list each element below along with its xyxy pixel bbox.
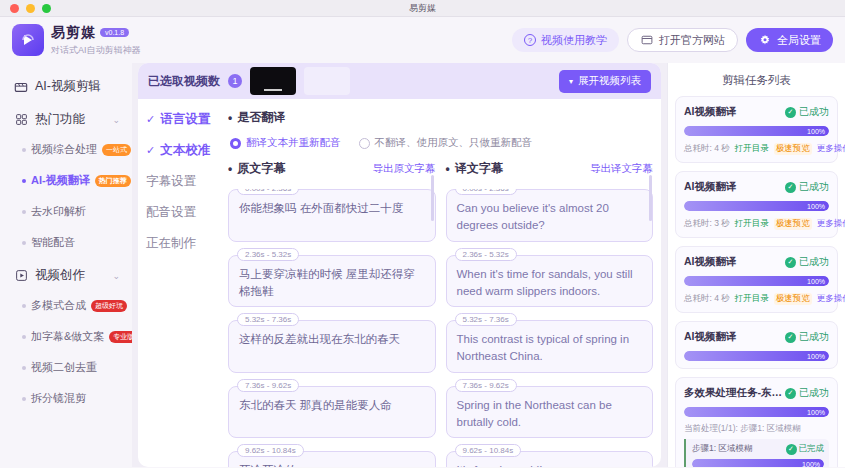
expand-video-list-button[interactable]: ▾ 展开视频列表 bbox=[559, 70, 651, 93]
chevron-down-icon[interactable]: ⌄ bbox=[112, 271, 120, 281]
official-website-button[interactable]: 打开官方网站 bbox=[627, 28, 738, 52]
task-status: ✓ 已成功 bbox=[785, 105, 829, 119]
target-subtitle-text[interactable]: When it's time for sandals, you still ne… bbox=[457, 266, 643, 301]
radio-no-translate-redub-only[interactable]: 不翻译、使用原文、只做重新配音 bbox=[359, 136, 533, 150]
step-label: 配音设置 bbox=[146, 204, 196, 221]
item-dot-icon bbox=[22, 241, 26, 245]
target-subtitle-card[interactable]: 0.00s - 2.36s Can you believe it's almos… bbox=[446, 189, 654, 242]
step-text-proofread[interactable]: ✓ 文本校准 bbox=[146, 142, 228, 159]
task-status-label: 已成功 bbox=[799, 105, 829, 119]
source-column-scrollbar[interactable] bbox=[431, 175, 434, 221]
sidebar-item-shot-split-mix[interactable]: 拆分镜混剪 bbox=[12, 383, 122, 414]
more-actions-label: 更多操作 bbox=[817, 218, 845, 228]
radio-translate-and-redub[interactable]: 翻译文本并重新配音 bbox=[230, 136, 341, 150]
sidebar-section-hot-features[interactable]: 热门功能 ⌄ bbox=[12, 102, 122, 134]
target-subtitle-card[interactable]: 2.36s - 5.32s When it's time for sandals… bbox=[446, 255, 654, 308]
sidebar-item-smart-dubbing[interactable]: 智能配音 bbox=[12, 227, 122, 258]
sidebar-item-video-processing[interactable]: 视频综合处理 一站式 bbox=[12, 134, 122, 165]
video-thumbnail-placeholder bbox=[304, 67, 350, 95]
success-check-icon: ✓ bbox=[785, 182, 796, 193]
selected-videos-bar: 已选取视频数 1 ▾ 展开视频列表 bbox=[138, 63, 661, 99]
source-subtitle-text[interactable]: 你能想象吗 在外面都快过二十度 bbox=[239, 200, 425, 217]
browser-icon bbox=[640, 33, 654, 47]
sidebar-item-label: 加字幕&做文案 bbox=[31, 329, 104, 344]
task-name: AI视频翻译 bbox=[684, 330, 785, 344]
task-progress-value: 100% bbox=[807, 278, 825, 285]
sidebar-section-video-creation[interactable]: 视频创作 ⌄ bbox=[12, 258, 122, 290]
sidebar-item-subtitle-copywriting[interactable]: 加字幕&做文案 专业版 bbox=[12, 321, 122, 352]
sidebar-item-ai-video-translate[interactable]: AI-视频翻译 热门推荐 bbox=[12, 165, 122, 196]
task-panel-title: 剪辑任务列表 bbox=[675, 73, 838, 88]
sidebar-item-video-dedup[interactable]: 视频二创去重 bbox=[12, 352, 122, 383]
quick-preview-link[interactable]: 极速预览 bbox=[774, 218, 812, 230]
quick-preview-link[interactable]: 极速预览 bbox=[774, 143, 812, 155]
target-subtitle-card[interactable]: 7.36s - 9.62s Spring in the Northeast ca… bbox=[446, 386, 654, 439]
bullet-icon: • bbox=[446, 162, 450, 176]
step-name: 步骤1: 区域模糊 bbox=[692, 443, 786, 455]
tutorial-button[interactable]: ? 视频使用教学 bbox=[512, 28, 619, 52]
task-status-label: 已成功 bbox=[799, 386, 829, 400]
quick-preview-link[interactable]: 极速预览 bbox=[774, 293, 812, 305]
check-icon: ✓ bbox=[146, 144, 155, 157]
more-actions-dropdown[interactable]: 更多操作⌄ bbox=[817, 293, 845, 305]
sidebar-item-multimode-compose[interactable]: 多模式合成 超级好玩 bbox=[12, 290, 122, 321]
translate-question-row: • 是否翻译 bbox=[228, 109, 653, 126]
sidebar-item-watermark-removal[interactable]: 去水印解析 bbox=[12, 196, 122, 227]
item-dot-icon bbox=[22, 335, 26, 339]
step-language-settings[interactable]: ✓ 语言设置 bbox=[146, 111, 228, 128]
source-subtitle-text[interactable]: 马上要穿凉鞋的时候 屋里却还得穿棉拖鞋 bbox=[239, 266, 425, 301]
source-subtitle-text[interactable]: 死冷死冷的 bbox=[239, 462, 425, 467]
time-range-badge: 5.32s - 7.36s bbox=[455, 313, 517, 326]
official-website-button-label: 打开官方网站 bbox=[659, 33, 725, 48]
item-dot-icon bbox=[22, 366, 26, 370]
more-actions-dropdown[interactable]: 更多操作⌄ bbox=[817, 143, 845, 155]
radio-unselected-icon bbox=[359, 138, 370, 149]
current-step-line: 当前处理(1/1): 步骤1: 区域模糊 bbox=[684, 423, 829, 435]
source-subtitle-card[interactable]: 2.36s - 5.32s 马上要穿凉鞋的时候 屋里却还得穿棉拖鞋 bbox=[228, 255, 436, 308]
step-dubbing-settings[interactable]: 配音设置 bbox=[146, 204, 228, 221]
global-settings-button[interactable]: 全局设置 bbox=[746, 28, 833, 52]
open-directory-link[interactable]: 打开目录 bbox=[735, 218, 769, 230]
selected-count-badge: 1 bbox=[228, 74, 242, 88]
task-status: ✓ 已成功 bbox=[785, 255, 829, 269]
target-subtitle-text[interactable]: It's freezing cold! bbox=[457, 462, 643, 467]
step-label: 正在制作 bbox=[146, 235, 196, 252]
step-progress-bar: 100% bbox=[692, 459, 824, 467]
source-subtitle-text[interactable]: 东北的春天 那真的是能要人命 bbox=[239, 397, 425, 414]
target-column-scrollbar[interactable] bbox=[649, 175, 652, 221]
app-logo-icon bbox=[12, 24, 44, 56]
target-subtitle-card[interactable]: 5.32s - 7.36s This contrast is typical o… bbox=[446, 320, 654, 373]
open-directory-link[interactable]: 打开目录 bbox=[735, 293, 769, 305]
export-source-subtitles-link[interactable]: 导出原文字幕 bbox=[373, 162, 436, 176]
source-subtitle-text[interactable]: 这样的反差就出现在东北的春天 bbox=[239, 331, 425, 348]
expand-video-list-label: 展开视频列表 bbox=[578, 74, 641, 88]
target-subtitle-text[interactable]: Can you believe it's almost 20 degrees o… bbox=[457, 200, 643, 235]
task-status-label: 已成功 bbox=[799, 180, 829, 194]
more-actions-dropdown[interactable]: 更多操作⌄ bbox=[817, 218, 845, 230]
radio-selected-icon bbox=[230, 138, 241, 149]
step-producing[interactable]: 正在制作 bbox=[146, 235, 228, 252]
open-directory-link[interactable]: 打开目录 bbox=[735, 143, 769, 155]
step-subtitle-settings[interactable]: 字幕设置 bbox=[146, 173, 228, 190]
more-actions-label: 更多操作 bbox=[817, 143, 845, 153]
chevron-down-icon[interactable]: ⌄ bbox=[112, 115, 120, 125]
sidebar-section-label: 热门功能 bbox=[35, 111, 85, 128]
source-subtitle-card[interactable]: 5.32s - 7.36s 这样的反差就出现在东北的春天 bbox=[228, 320, 436, 373]
sidebar-item-label: AI-视频剪辑 bbox=[35, 78, 101, 95]
source-subtitle-card[interactable]: 9.62s - 10.84s 死冷死冷的 bbox=[228, 451, 436, 467]
window-title: 易剪媒 bbox=[0, 2, 845, 15]
export-target-subtitles-link[interactable]: 导出译文字幕 bbox=[590, 162, 653, 176]
translate-workspace-card: 已选取视频数 1 ▾ 展开视频列表 ✓ 语言设置 bbox=[138, 63, 661, 467]
translate-question-label: 是否翻译 bbox=[237, 109, 285, 126]
sidebar-item-ai-video-clip[interactable]: AI-视频剪辑 bbox=[12, 71, 122, 102]
translate-options: 翻译文本并重新配音 不翻译、使用原文、只做重新配音 bbox=[230, 136, 653, 150]
target-subtitle-card[interactable]: 9.62s - 10.84s It's freezing cold! bbox=[446, 451, 654, 467]
task-progress-bar: 100% bbox=[684, 201, 829, 211]
target-subtitle-text[interactable]: This contrast is typical of spring in No… bbox=[457, 331, 643, 366]
source-subtitle-card[interactable]: 7.36s - 9.62s 东北的春天 那真的是能要人命 bbox=[228, 386, 436, 439]
source-subtitle-card[interactable]: 0.00s - 2.36s 你能想象吗 在外面都快过二十度 bbox=[228, 189, 436, 242]
target-subtitle-text[interactable]: Spring in the Northeast can be brutally … bbox=[457, 397, 643, 432]
video-thumbnail[interactable] bbox=[250, 67, 296, 95]
task-progress-value: 100% bbox=[807, 409, 825, 416]
subtitle-row: 0.00s - 2.36s 你能想象吗 在外面都快过二十度 0.00s - 2.… bbox=[228, 189, 653, 242]
